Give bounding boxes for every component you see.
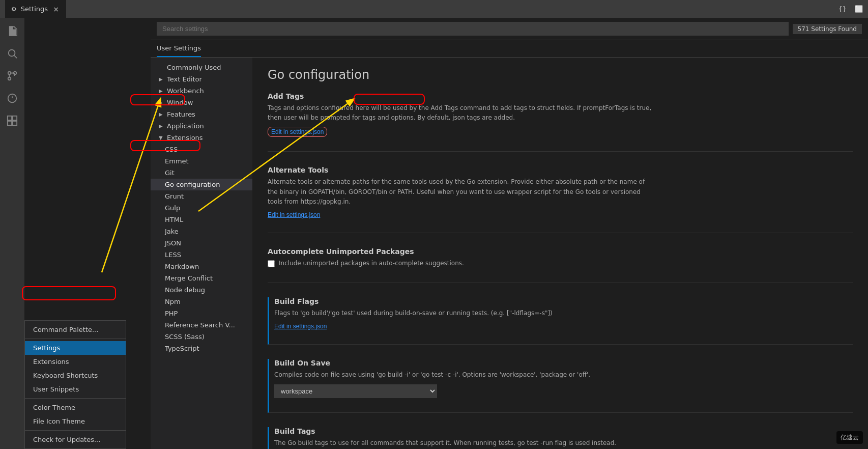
build-tags-section: Build Tags The Go build tags to use for …: [268, 427, 853, 450]
arrow-icon: ▶: [159, 100, 165, 105]
extensions-activity-icon[interactable]: [3, 111, 21, 130]
build-tags-desc: The Go build tags to use for all command…: [274, 438, 661, 448]
autocomplete-checkbox-row: Include unimported packages in auto-comp…: [268, 259, 853, 268]
nav-application[interactable]: ▶ Application: [151, 120, 252, 132]
extensions-menu-item[interactable]: Extensions: [25, 355, 126, 369]
nav-grunt[interactable]: Grunt: [151, 190, 252, 202]
build-on-save-section: Build On Save Compiles code on file save…: [268, 359, 853, 412]
alternate-tools-section: Alternate Tools Alternate tools or alter…: [268, 166, 853, 233]
json-icon[interactable]: {}: [838, 5, 847, 13]
svg-rect-10: [8, 121, 12, 125]
add-tags-title: Add Tags: [268, 92, 853, 100]
add-tags-edit-link[interactable]: Edit in settings.json: [268, 127, 327, 137]
settings-tab-label: Settings: [21, 5, 48, 13]
layout-wrapper: Command Palette... Settings Extensions K…: [0, 18, 868, 449]
nav-json[interactable]: JSON: [151, 237, 252, 249]
nav-go-configuration[interactable]: Go configuration: [151, 179, 252, 190]
svg-rect-8: [8, 116, 12, 120]
user-settings-tab[interactable]: User Settings: [157, 40, 201, 57]
nav-emmet[interactable]: Emmet: [151, 155, 252, 167]
file-icon-theme-item[interactable]: File Icon Theme: [25, 414, 126, 428]
nav-scss[interactable]: SCSS (Sass): [151, 331, 252, 343]
build-on-save-select[interactable]: workspace package off: [274, 384, 437, 398]
nav-less[interactable]: LESS: [151, 249, 252, 261]
color-theme-item[interactable]: Color Theme: [25, 401, 126, 414]
title-bar-actions: {} ⬜: [838, 5, 863, 13]
source-control-activity-icon[interactable]: [3, 67, 21, 85]
separator-2: [25, 398, 126, 399]
arrow-icon: ▶: [159, 88, 165, 94]
svg-point-0: [9, 50, 15, 57]
alternate-tools-title: Alternate Tools: [268, 166, 853, 174]
debug-activity-icon[interactable]: [3, 89, 21, 107]
build-flags-title: Build Flags: [274, 297, 853, 305]
split-editor-icon[interactable]: ⬜: [855, 5, 863, 13]
nav-text-editor[interactable]: ▶ Text Editor: [151, 73, 252, 85]
settings-content: Go configuration Add Tags Tags and optio…: [252, 58, 868, 449]
nav-tree: Commonly Used ▶ Text Editor ▶ Workbench …: [151, 58, 252, 449]
autocomplete-title: Autocomplete Unimported Packages: [268, 247, 853, 256]
nav-node-debug[interactable]: Node debug: [151, 284, 252, 296]
nav-jake[interactable]: Jake: [151, 226, 252, 237]
arrow-icon: ▶: [159, 111, 165, 117]
autocomplete-section: Autocomplete Unimported Packages Include…: [268, 247, 853, 283]
svg-rect-11: [13, 121, 17, 125]
nav-features[interactable]: ▶ Features: [151, 108, 252, 120]
nav-merge-conflict[interactable]: Merge Conflict: [151, 272, 252, 284]
nav-window[interactable]: ▶ Window: [151, 97, 252, 108]
svg-rect-9: [13, 116, 17, 120]
build-flags-edit-link[interactable]: Edit in settings.json: [274, 323, 327, 330]
alternate-tools-edit-link[interactable]: Edit in settings.json: [268, 211, 320, 218]
nav-extensions[interactable]: ▼ Extensions: [151, 132, 252, 144]
build-tags-title: Build Tags: [274, 427, 853, 435]
search-input[interactable]: [157, 22, 789, 36]
activity-bar: [0, 18, 24, 449]
build-flags-desc: Flags to 'go build'/'go test' used durin…: [274, 308, 661, 318]
separator-3: [25, 430, 126, 431]
autocomplete-checkbox[interactable]: [268, 260, 275, 267]
check-updates-item[interactable]: Check for Updates...: [25, 433, 126, 446]
settings-tab-icon: ⚙: [11, 6, 17, 13]
nav-typescript[interactable]: TypeScript: [151, 343, 252, 354]
settings-area: 571 Settings Found User Settings Commonl…: [151, 18, 868, 449]
nav-npm[interactable]: Npm: [151, 296, 252, 307]
page-title: Go configuration: [268, 68, 853, 82]
nav-git[interactable]: Git: [151, 167, 252, 179]
command-palette-item[interactable]: Command Palette...: [25, 323, 126, 336]
nav-css[interactable]: CSS: [151, 144, 252, 155]
nav-workbench[interactable]: ▶ Workbench: [151, 85, 252, 97]
build-on-save-desc: Compiles code on file save using 'go bui…: [274, 370, 661, 380]
title-bar: ⚙ Settings × {} ⬜: [0, 0, 868, 18]
close-tab-button[interactable]: ×: [52, 5, 60, 13]
separator-1: [25, 339, 126, 339]
build-on-save-title: Build On Save: [274, 359, 853, 367]
arrow-icon: ▼: [159, 135, 165, 141]
nav-commonly-used[interactable]: Commonly Used: [151, 62, 252, 73]
nav-html[interactable]: HTML: [151, 214, 252, 226]
search-bar: 571 Settings Found: [151, 18, 868, 40]
add-tags-section: Add Tags Tags and options configured her…: [268, 92, 853, 152]
svg-point-2: [8, 72, 11, 75]
build-flags-section: Build Flags Flags to 'go build'/'go test…: [268, 297, 853, 345]
autocomplete-desc: Include unimported packages in auto-comp…: [279, 259, 464, 268]
nav-php[interactable]: PHP: [151, 307, 252, 319]
files-activity-icon[interactable]: [3, 22, 21, 40]
settings-tab-header[interactable]: ⚙ Settings ×: [5, 0, 66, 18]
svg-line-1: [14, 55, 17, 58]
alternate-tools-desc: Alternate tools or alternate paths for t…: [268, 177, 654, 207]
content-area: Commonly Used ▶ Text Editor ▶ Workbench …: [151, 58, 868, 449]
search-activity-icon[interactable]: [3, 44, 21, 63]
add-tags-desc: Tags and options configured here will be…: [268, 103, 654, 123]
context-menu: Command Palette... Settings Extensions K…: [24, 320, 126, 449]
arrow-icon: ▶: [159, 76, 165, 82]
user-snippets-item[interactable]: User Snippets: [25, 382, 126, 396]
build-on-save-select-row: workspace package off: [274, 384, 853, 398]
circle-settings: [22, 286, 116, 300]
nav-reference-search[interactable]: Reference Search V...: [151, 319, 252, 331]
keyboard-shortcuts-item[interactable]: Keyboard Shortcuts: [25, 369, 126, 382]
svg-point-3: [8, 77, 11, 80]
nav-gulp[interactable]: Gulp: [151, 202, 252, 214]
nav-markdown[interactable]: Markdown: [151, 261, 252, 272]
settings-menu-item[interactable]: Settings: [25, 341, 126, 355]
settings-tab-bar: User Settings: [151, 40, 868, 58]
